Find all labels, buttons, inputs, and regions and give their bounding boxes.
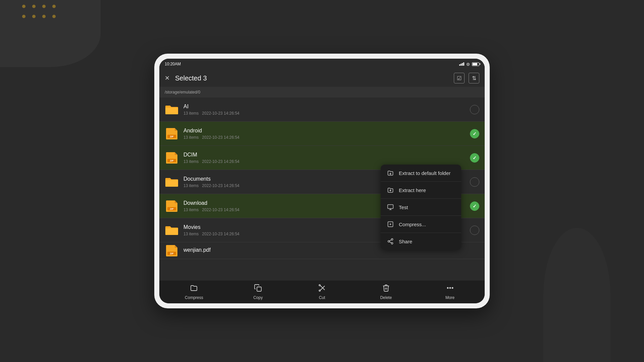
context-menu-extract-here[interactable]: Extract here <box>381 182 461 199</box>
wifi-icon: ⊜ <box>466 62 470 67</box>
copy-btn-icon <box>254 284 262 294</box>
checkbox-icon: ☑ <box>457 75 462 81</box>
top-bar: ✕ Selected 3 ☑ ⇅ <box>159 69 485 87</box>
copy-btn-label: Copy <box>253 295 263 300</box>
selected-title: Selected 3 <box>175 74 207 82</box>
compress-button[interactable]: Compress <box>162 284 226 300</box>
zip-icon: ZIP <box>165 151 179 165</box>
svg-text:ZIP: ZIP <box>170 135 174 138</box>
file-checkbox[interactable] <box>470 201 479 211</box>
folder-icon <box>165 103 179 117</box>
list-item[interactable]: AI 13 items 2022-10-23 14:26:54 <box>159 98 485 122</box>
bg-shape-left <box>0 0 101 67</box>
context-menu-test[interactable]: Test <box>381 199 461 216</box>
zip-icon: ZIP <box>165 127 179 141</box>
list-item[interactable]: ZIP Android 13 items 2022-10-23 14:26:54 <box>159 122 485 146</box>
signal-bar-3 <box>462 63 463 66</box>
status-bar: 10:20AM ⊜ <box>159 59 485 69</box>
battery-icon <box>472 62 479 66</box>
context-menu-extract-default[interactable]: Extract to default folder <box>381 165 461 182</box>
file-list[interactable]: AI 13 items 2022-10-23 14:26:54 ZIP An <box>159 98 485 281</box>
close-button[interactable]: ✕ <box>165 74 170 82</box>
test-label: Test <box>399 204 408 210</box>
svg-text:ZIP: ZIP <box>170 208 174 210</box>
file-name: Android <box>183 128 470 134</box>
monitor-icon <box>387 203 394 211</box>
path-bar: /storage/emulated/0 <box>159 87 485 98</box>
context-menu-compress[interactable]: Compress... <box>381 216 461 233</box>
compress-icon <box>387 221 394 228</box>
folder-out-icon <box>387 169 394 177</box>
context-menu-share[interactable]: Share <box>381 233 461 250</box>
svg-point-10 <box>391 239 393 240</box>
file-info: DCIM 13 items 2022-10-23 14:26:54 <box>183 152 470 164</box>
battery-fill <box>473 63 477 65</box>
cut-btn-icon <box>318 284 326 294</box>
status-icons: ⊜ <box>459 62 479 67</box>
bottom-toolbar: Compress Copy <box>159 281 485 303</box>
compress-btn-icon <box>190 284 198 294</box>
svg-rect-13 <box>257 287 261 291</box>
more-btn-label: More <box>445 295 454 300</box>
file-meta: 13 items 2022-10-23 14:26:54 <box>183 111 470 116</box>
file-info: AI 13 items 2022-10-23 14:26:54 <box>183 104 470 116</box>
more-btn-icon <box>446 284 454 294</box>
svg-point-15 <box>319 285 320 286</box>
svg-point-12 <box>391 242 393 244</box>
svg-rect-8 <box>388 205 393 209</box>
folder-in-icon <box>387 186 394 194</box>
cut-btn-label: Cut <box>319 295 325 300</box>
cut-button[interactable]: Cut <box>290 284 354 300</box>
signal-bar-1 <box>459 64 460 66</box>
top-bar-right: ☑ ⇅ <box>454 73 479 83</box>
delete-btn-icon <box>382 284 390 294</box>
file-checkbox[interactable] <box>470 105 479 114</box>
extract-here-label: Extract here <box>399 187 426 193</box>
file-meta: 13 items 2022-10-23 14:26:54 <box>183 159 470 164</box>
share-label: Share <box>399 239 412 244</box>
svg-point-16 <box>447 288 448 289</box>
folder-icon <box>165 175 179 189</box>
sort-button[interactable]: ⇅ <box>469 73 479 83</box>
delete-button[interactable]: Delete <box>354 284 418 300</box>
svg-point-11 <box>388 241 390 242</box>
tablet-screen: 10:20AM ⊜ ✕ Selected 3 <box>159 59 485 303</box>
file-info: Android 13 items 2022-10-23 14:26:54 <box>183 128 470 140</box>
extract-default-label: Extract to default folder <box>399 170 450 176</box>
tablet-frame: 10:20AM ⊜ ✕ Selected 3 <box>154 54 490 308</box>
signal-bar-4 <box>463 62 464 66</box>
signal-bars-icon <box>459 62 464 66</box>
copy-button[interactable]: Copy <box>226 284 290 300</box>
status-time: 10:20AM <box>165 62 181 66</box>
svg-point-18 <box>452 288 453 289</box>
file-meta: 13 items 2022-10-23 14:26:54 <box>183 135 470 140</box>
share-icon <box>387 238 394 245</box>
file-checkbox[interactable] <box>470 153 479 163</box>
context-menu: Extract to default folder Extract here <box>381 165 461 250</box>
svg-text:ZIP: ZIP <box>170 160 174 162</box>
signal-bar-2 <box>461 64 462 66</box>
sort-icon: ⇅ <box>472 75 476 81</box>
svg-point-17 <box>449 288 450 289</box>
folder-icon <box>165 223 179 237</box>
compress-label: Compress... <box>399 222 426 227</box>
top-bar-left: ✕ Selected 3 <box>165 74 207 82</box>
delete-btn-label: Delete <box>380 295 392 300</box>
bg-shape-right <box>543 228 610 362</box>
file-checkbox[interactable] <box>470 226 479 235</box>
path-text: /storage/emulated/0 <box>165 90 200 95</box>
compress-btn-label: Compress <box>185 295 203 300</box>
file-checkbox[interactable] <box>470 129 479 138</box>
svg-point-14 <box>319 290 320 291</box>
file-checkbox[interactable] <box>470 177 479 187</box>
file-name: AI <box>183 104 470 110</box>
select-all-button[interactable]: ☑ <box>454 73 465 83</box>
svg-text:ZIP: ZIP <box>170 252 174 255</box>
zip-icon: ZIP <box>165 244 179 258</box>
zip-icon: ZIP <box>165 199 179 213</box>
file-name: DCIM <box>183 152 470 158</box>
more-button[interactable]: More <box>418 284 482 300</box>
